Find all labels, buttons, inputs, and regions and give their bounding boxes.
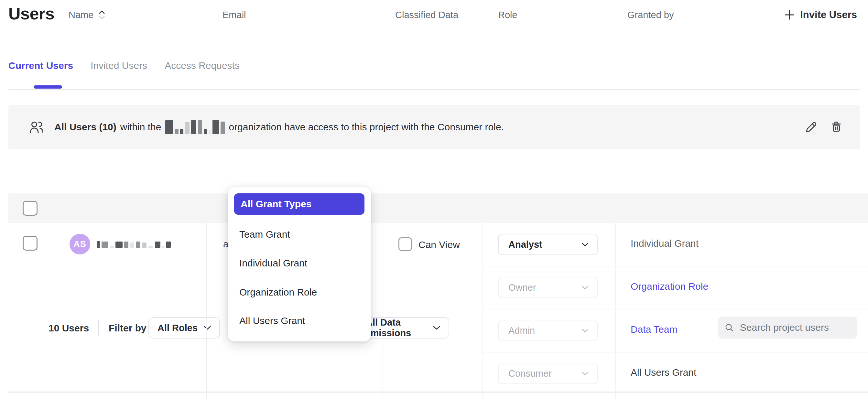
chevron-down-icon [582,285,589,290]
tab-bar: Current Users Invited Users Access Reque… [8,60,240,71]
granted-by-organization-role-link[interactable]: Organization Role [631,281,708,292]
grant-row-divider [483,309,868,309]
role-select-admin: Admin [498,320,598,341]
active-tab-indicator [34,85,62,89]
all-roles-label: All Roles [157,323,197,333]
chevron-down-icon [582,371,589,376]
all-roles-filter[interactable]: All Roles [149,317,220,339]
grant-types-menu: All Grant Types Team Grant Individual Gr… [228,187,371,341]
filter-toolbar: 10 Users Filter by All Roles All Grant T… [0,155,868,187]
pencil-icon [805,121,817,133]
users-page: Users Invite Users Current Users Invited… [0,0,868,399]
tab-current-users[interactable]: Current Users [8,60,73,71]
organization-name-redacted [165,120,225,134]
granted-by-individual-grant: Individual Grant [631,238,699,249]
user-count: 10 Users [49,323,89,334]
toolbar-divider [98,320,99,336]
chevron-down-icon [582,242,589,247]
menu-item-all-grant-types[interactable]: All Grant Types [234,193,365,215]
trash-icon [830,121,843,133]
column-header-role: Role [498,0,518,30]
granted-by-data-team-link[interactable]: Data Team [631,324,678,335]
chevron-down-icon [204,326,211,330]
tab-access-requests[interactable]: Access Requests [165,60,240,71]
menu-item-individual-grant[interactable]: Individual Grant [239,258,307,269]
can-view-checkbox[interactable] [398,237,412,251]
column-header-classified-data: Classified Data [395,0,458,30]
role-select-consumer: Consumer [498,363,598,384]
delete-button[interactable] [830,121,843,133]
plus-icon [784,9,795,20]
search-icon [724,322,734,333]
can-view-label: Can View [418,239,460,250]
user-name-redacted [97,241,171,248]
search-input[interactable] [740,322,851,333]
tab-divider [8,89,860,90]
avatar-initials: AS [73,239,86,249]
edit-button[interactable] [805,121,817,133]
menu-item-organization-role[interactable]: Organization Role [239,287,317,298]
column-divider [483,223,483,399]
invite-users-button[interactable]: Invite Users [784,9,857,21]
column-header-email: Email [222,0,246,30]
invite-users-label: Invite Users [800,9,857,21]
role-select-analyst[interactable]: Analyst [498,234,598,255]
search-project-users [718,316,857,339]
page-title: Users [8,4,54,23]
chevron-down-icon [433,326,440,330]
menu-item-team-grant[interactable]: Team Grant [239,229,290,240]
column-divider [382,223,383,399]
banner-end: organization have access to this project… [229,122,504,132]
row-checkbox[interactable] [23,236,37,251]
banner-mid: within the [120,122,161,132]
banner-bold: All Users (10) [54,122,117,132]
column-divider [206,223,207,399]
grant-row-divider [483,266,868,267]
granted-by-all-users-grant: All Users Grant [631,367,696,378]
people-icon [29,120,44,134]
chevron-down-icon [582,328,589,333]
grant-row-divider [483,352,868,352]
table-header [8,193,868,223]
user-row-divider [8,392,868,393]
menu-item-all-users-grant[interactable]: All Users Grant [239,315,305,326]
column-divider [615,223,616,399]
filter-by-label: Filter by [108,323,147,334]
banner-text: All Users (10) within the organization h… [54,120,504,134]
all-users-banner: All Users (10) within the organization h… [8,105,860,149]
select-all-checkbox[interactable] [23,201,37,216]
column-header-granted-by: Granted by [627,0,674,30]
column-header-name[interactable]: Name [68,0,105,30]
role-select-owner: Owner [498,277,598,298]
tab-invited-users[interactable]: Invited Users [91,60,147,71]
sort-icon [99,9,105,20]
avatar: AS [69,234,90,254]
